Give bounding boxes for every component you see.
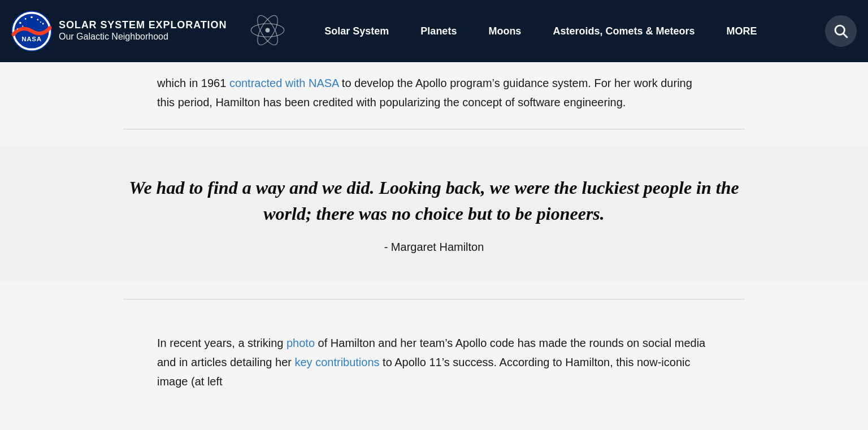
svg-point-7 [17, 28, 18, 29]
lower-text-before-link1: In recent years, a striking [157, 337, 287, 349]
nav-item-more[interactable]: MORE [710, 0, 772, 62]
galaxy-icon-wrap [249, 12, 286, 51]
nav-item-solar-system[interactable]: Solar System [309, 0, 405, 62]
svg-point-2 [19, 22, 21, 24]
key-contributions-link[interactable]: key contributions [294, 356, 379, 368]
main-nav: Solar System Planets Moons Asteroids, Co… [309, 0, 825, 62]
intro-text-before: which in 1961 [157, 77, 229, 89]
logo-link[interactable]: NASA SOLAR SYSTEM EXPLORATION Our Galact… [11, 11, 227, 51]
lower-paragraph: In recent years, a striking photo of Ham… [157, 333, 711, 391]
svg-point-6 [42, 23, 44, 25]
svg-point-9 [40, 21, 41, 23]
site-title-top: SOLAR SYSTEM EXPLORATION [59, 19, 227, 32]
photo-link[interactable]: photo [287, 337, 315, 349]
search-button[interactable] [825, 15, 857, 47]
quote-section: We had to find a way and we did. Looking… [0, 146, 868, 282]
nav-item-moons[interactable]: Moons [472, 0, 537, 62]
site-title-area: SOLAR SYSTEM EXPLORATION Our Galactic Ne… [59, 19, 227, 43]
svg-point-8 [22, 25, 23, 27]
site-header: NASA SOLAR SYSTEM EXPLORATION Our Galact… [0, 0, 868, 62]
svg-point-5 [37, 19, 38, 20]
svg-point-3 [25, 18, 27, 20]
intro-paragraph: which in 1961 contracted with NASA to de… [157, 73, 711, 112]
svg-point-14 [266, 28, 270, 32]
nav-item-asteroids[interactable]: Asteroids, Comets & Meteors [537, 0, 710, 62]
galaxy-icon [249, 12, 286, 49]
svg-text:NASA: NASA [21, 36, 42, 42]
main-content: which in 1961 contracted with NASA to de… [0, 62, 868, 402]
svg-point-15 [835, 25, 844, 34]
quote-text: We had to find a way and we did. Looking… [123, 175, 745, 227]
contracted-nasa-link[interactable]: contracted with NASA [229, 77, 338, 89]
nav-item-planets[interactable]: Planets [405, 0, 472, 62]
svg-point-4 [31, 16, 33, 19]
nasa-logo: NASA [11, 11, 52, 51]
search-icon [833, 23, 849, 39]
article-intro: which in 1961 contracted with NASA to de… [123, 62, 745, 112]
divider-top [123, 129, 745, 129]
svg-line-16 [844, 34, 848, 38]
quote-attribution: - Margaret Hamilton [34, 241, 834, 254]
lower-text-section: In recent years, a striking photo of Ham… [123, 316, 745, 402]
divider-bottom [123, 299, 745, 299]
site-title-sub: Our Galactic Neighborhood [59, 31, 227, 43]
